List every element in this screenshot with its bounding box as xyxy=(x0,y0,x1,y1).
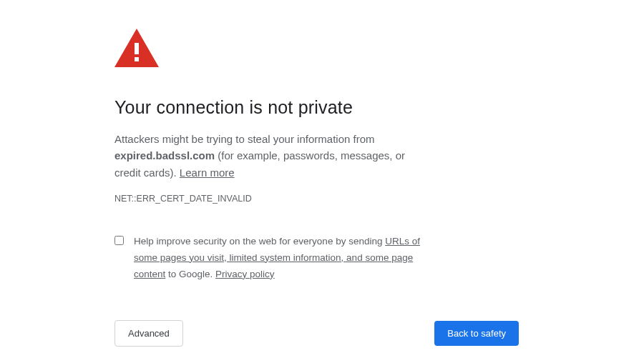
privacy-policy-link[interactable]: Privacy policy xyxy=(215,269,275,279)
learn-more-link[interactable]: Learn more xyxy=(180,166,235,179)
error-code: NET::ERR_CERT_DATE_INVALID xyxy=(114,194,429,204)
svg-rect-1 xyxy=(135,43,139,54)
opt-in-mid: to Google. xyxy=(165,269,215,279)
page-title: Your connection is not private xyxy=(114,97,429,118)
opt-in-prefix: Help improve security on the web for eve… xyxy=(134,236,385,247)
description-prefix: Attackers might be trying to steal your … xyxy=(114,133,374,145)
button-row: Advanced Back to safety xyxy=(114,320,519,347)
ssl-error-page: Your connection is not private Attackers… xyxy=(0,0,429,347)
warning-triangle-icon xyxy=(114,29,429,70)
svg-rect-2 xyxy=(135,57,139,61)
warning-description: Attackers might be trying to steal your … xyxy=(114,131,429,181)
description-host: expired.badssl.com xyxy=(114,149,215,161)
opt-in-checkbox[interactable] xyxy=(114,235,124,246)
opt-in-text: Help improve security on the web for eve… xyxy=(134,234,429,283)
opt-in-row: Help improve security on the web for eve… xyxy=(114,234,429,283)
advanced-button[interactable]: Advanced xyxy=(114,320,183,347)
back-to-safety-button[interactable]: Back to safety xyxy=(434,321,519,346)
